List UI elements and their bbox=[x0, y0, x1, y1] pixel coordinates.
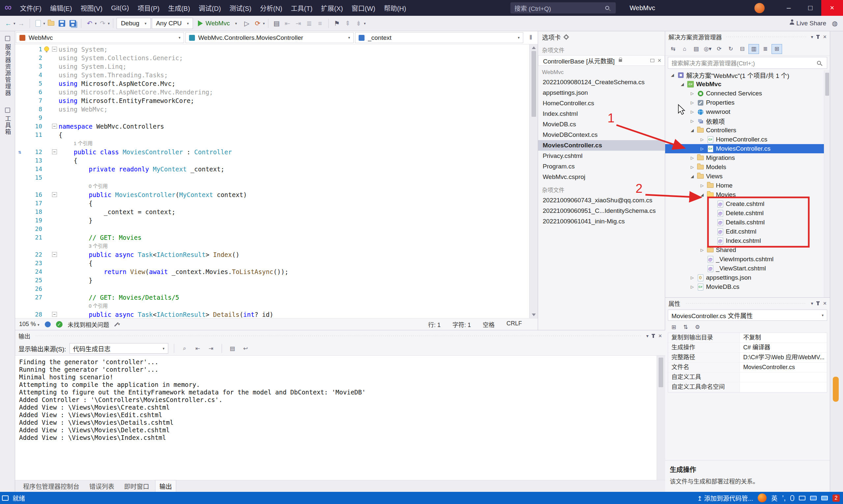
open-document-item[interactable]: MovieDB.cs bbox=[538, 119, 665, 130]
code-line[interactable]: 27 // GET: Movies/Details/5 bbox=[15, 293, 529, 302]
account-avatar[interactable] bbox=[754, 3, 764, 13]
open-document-item[interactable]: 20221009060951_C...IdentitySchema.cs bbox=[538, 205, 665, 216]
tree-expander-icon[interactable]: ◢ bbox=[669, 73, 676, 77]
panel-drag-handle[interactable] bbox=[726, 36, 806, 38]
property-row[interactable]: 完整路径D:\C#学习\Web 应用\WebMV... bbox=[668, 353, 827, 362]
undo-dropdown[interactable]: ▾ bbox=[95, 21, 97, 26]
tree-scrollbar[interactable] bbox=[824, 70, 830, 298]
save-icon[interactable] bbox=[57, 17, 67, 29]
codelens-references[interactable]: 0 个引用 bbox=[58, 302, 108, 310]
tree-item[interactable]: ▷Migrations bbox=[665, 153, 824, 163]
menu-item[interactable]: 生成(B) bbox=[164, 0, 194, 16]
close-icon[interactable]: × bbox=[658, 57, 661, 64]
output-source-select[interactable]: 代码生成日志▾ bbox=[69, 343, 168, 354]
tree-expander-icon[interactable]: ▷ bbox=[688, 275, 696, 280]
code-line[interactable]: 4using System.Threading.Tasks; bbox=[15, 71, 529, 79]
keep-open-icon[interactable] bbox=[650, 59, 654, 62]
open-document-item[interactable]: Program.cs bbox=[538, 161, 665, 172]
code-line[interactable]: 26 bbox=[15, 285, 529, 293]
keyboard-icon[interactable] bbox=[799, 496, 806, 500]
tree-item[interactable]: Index.cshtml bbox=[665, 236, 824, 246]
hot-reload-icon[interactable]: ⟳ bbox=[253, 17, 262, 29]
tree-expander-icon[interactable]: ▷ bbox=[698, 183, 706, 188]
menu-item[interactable]: 项目(P) bbox=[133, 0, 164, 16]
zoom-select[interactable]: 105 % ▾ bbox=[19, 321, 39, 328]
open-document-item[interactable]: 20221009061041_inin-Mig.cs bbox=[538, 216, 665, 227]
maximize-button[interactable]: □ bbox=[799, 0, 821, 16]
open-document-item[interactable]: WebMvc.csproj bbox=[538, 172, 665, 182]
menu-item[interactable]: 窗口(W) bbox=[347, 0, 379, 16]
menu-item[interactable]: 扩展(X) bbox=[317, 0, 347, 16]
member-dropdown[interactable]: _context▾ bbox=[355, 32, 523, 43]
scrollbar-thumb[interactable] bbox=[659, 358, 663, 387]
code-line[interactable]: 10−namespace WebMvc.Controllers bbox=[15, 122, 529, 131]
side-tool-tab[interactable]: 工具箱 bbox=[3, 108, 12, 135]
type-dropdown[interactable]: WebMvc.Controllers.MoviesController▾ bbox=[185, 32, 354, 43]
bottom-tab-active[interactable]: 输出 bbox=[155, 480, 176, 492]
open-document-item[interactable]: Index.cshtml bbox=[538, 109, 665, 119]
previous-bookmark-icon[interactable]: ⇞ bbox=[343, 17, 353, 29]
menu-item[interactable]: 工具(T) bbox=[287, 0, 317, 16]
punctuation-mode-icon[interactable]: ’, bbox=[782, 494, 786, 502]
pin-icon[interactable] bbox=[817, 35, 819, 39]
refresh-icon[interactable]: ↻ bbox=[725, 44, 736, 54]
new-project-dropdown[interactable]: ▾ bbox=[44, 21, 46, 26]
tree-expander-icon[interactable]: ▷ bbox=[698, 248, 706, 252]
ime-indicator[interactable]: 英 bbox=[771, 493, 777, 502]
tree-expander-icon[interactable]: ▷ bbox=[688, 110, 696, 114]
side-tool-tab[interactable]: 服务器资源管理器 bbox=[3, 36, 12, 96]
open-document-item[interactable]: appsettings.json bbox=[538, 88, 665, 98]
add-to-source-control-button[interactable]: ↥ 添加到源代码管... bbox=[697, 493, 753, 502]
code-line[interactable]: 3using System.Linq; bbox=[15, 62, 529, 71]
code-line[interactable]: 13 { bbox=[15, 156, 529, 165]
close-panel-icon[interactable]: × bbox=[658, 332, 662, 340]
tree-expander-icon[interactable]: ▷ bbox=[688, 119, 696, 123]
code-line[interactable]: ⇅12− public class MoviesController : Con… bbox=[15, 148, 529, 156]
property-row[interactable]: 自定义工具命名空间 bbox=[668, 382, 827, 392]
bookmark-icon[interactable]: ⚑ bbox=[332, 17, 342, 29]
scrollbar-thumb[interactable] bbox=[825, 73, 829, 96]
comment-icon[interactable]: ≣ bbox=[304, 17, 314, 29]
pin-icon[interactable] bbox=[817, 302, 819, 305]
scroll-down-icon[interactable] bbox=[532, 313, 536, 316]
bottom-tab-item[interactable]: 错误列表 bbox=[85, 480, 118, 492]
tree-item[interactable]: ▷MoviesController.cs bbox=[665, 144, 824, 153]
tree-expander-icon[interactable]: ◢ bbox=[698, 193, 706, 197]
code-line[interactable]: 15 bbox=[15, 173, 529, 182]
tree-item[interactable]: ▷appsettings.json bbox=[665, 273, 824, 282]
open-file-icon[interactable] bbox=[46, 17, 56, 29]
code-line[interactable]: 1−using System; bbox=[15, 45, 529, 54]
lightbulb-icon[interactable] bbox=[44, 47, 49, 51]
panel-drag-handle[interactable] bbox=[35, 335, 641, 337]
code-line[interactable]: 25 } bbox=[15, 276, 529, 285]
code-line[interactable]: 16− public MoviesController(MyContext co… bbox=[15, 191, 529, 199]
tree-item[interactable]: Edit.cshtml bbox=[665, 227, 824, 236]
gear-icon[interactable] bbox=[564, 35, 568, 39]
fold-toggle-icon[interactable]: − bbox=[52, 149, 57, 154]
new-project-icon[interactable] bbox=[33, 17, 43, 29]
menu-item[interactable]: 测试(S) bbox=[225, 0, 256, 16]
close-panel-icon[interactable]: × bbox=[823, 300, 827, 307]
bottom-tab-item[interactable]: 即时窗口 bbox=[120, 480, 153, 492]
code-cleanup-button[interactable]: ▾ bbox=[115, 322, 120, 327]
code-line[interactable]: 19 } bbox=[15, 216, 529, 225]
open-document-item[interactable]: Privacy.cshtml bbox=[538, 151, 665, 161]
tree-item[interactable]: ◢Views bbox=[665, 172, 824, 181]
output-log[interactable]: Finding the generator 'controller'...Run… bbox=[15, 356, 657, 480]
property-value[interactable]: C# 编译器 bbox=[740, 343, 827, 352]
undo-icon[interactable]: ↶ bbox=[85, 17, 94, 29]
bottom-tab-item[interactable]: 程序包管理器控制台 bbox=[19, 480, 83, 492]
output-scrollbar[interactable] bbox=[657, 356, 665, 480]
ime-toolbar-icon[interactable] bbox=[821, 496, 828, 500]
alphabetical-icon[interactable]: ⇅ bbox=[680, 322, 691, 332]
show-all-files-icon[interactable]: ▥ bbox=[749, 44, 759, 54]
property-value[interactable] bbox=[740, 382, 827, 392]
code-line[interactable]: 17 { bbox=[15, 199, 529, 208]
code-line[interactable]: 5using Microsoft.AspNetCore.Mvc; bbox=[15, 79, 529, 88]
window-position-icon[interactable]: ▾ bbox=[811, 301, 813, 306]
menu-item[interactable]: Git(G) bbox=[107, 0, 133, 16]
spaces-indicator[interactable]: 空格 bbox=[483, 320, 495, 329]
property-row[interactable]: 复制到输出目录不复制 bbox=[668, 333, 827, 343]
word-wrap-icon[interactable]: ↩ bbox=[241, 344, 251, 353]
codelens-row[interactable]: 0 个引用 bbox=[15, 302, 529, 310]
